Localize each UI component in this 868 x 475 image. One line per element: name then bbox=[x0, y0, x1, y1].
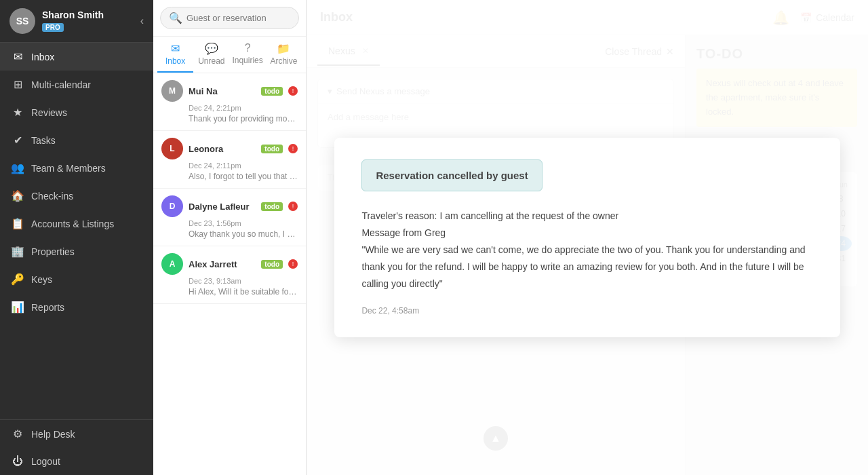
inbox-sender-name: Dalyne Lafleur bbox=[189, 202, 256, 212]
reviews-icon: ★ bbox=[11, 106, 24, 119]
inbox-tabs: ✉ Inbox 💬 Unread ? Inquiries 📁 Archive bbox=[153, 37, 306, 73]
todo-badge: todo bbox=[261, 145, 283, 153]
sidebar-item-label: Logout bbox=[31, 456, 60, 467]
sidebar-item-label: Inbox bbox=[31, 52, 54, 62]
todo-badge: todo bbox=[261, 202, 283, 211]
red-dot: ! bbox=[288, 86, 298, 96]
sidebar-item-label: Accounts & Listings bbox=[31, 218, 114, 229]
checkins-icon: 🏠 bbox=[11, 189, 24, 202]
multi-calendar-icon: ⊞ bbox=[11, 78, 24, 91]
sidebar-item-label: Multi-calendar bbox=[31, 79, 91, 90]
sidebar-item-label: Tasks bbox=[31, 135, 56, 146]
search-input[interactable] bbox=[186, 13, 290, 23]
inbox-tab-icon: ✉ bbox=[171, 42, 180, 55]
inbox-preview: Also, I forgot to tell you that I g... bbox=[189, 172, 298, 181]
sidebar-item-help-desk[interactable]: ⚙ Help Desk bbox=[0, 420, 153, 448]
inbox-list: M Mui Na todo ! Dec 24, 2:21pm Thank you… bbox=[153, 73, 306, 475]
inbox-preview: Okay thank you so much, I appr... bbox=[189, 229, 298, 239]
sidebar-item-inbox[interactable]: ✉ Inbox bbox=[0, 43, 153, 71]
sidebar-item-label: Help Desk bbox=[31, 429, 75, 440]
properties-icon: 🏢 bbox=[11, 245, 24, 258]
inbox-sender-name: Mui Na bbox=[189, 86, 256, 96]
avatar: SS bbox=[9, 8, 35, 34]
tab-unread[interactable]: 💬 Unread bbox=[193, 37, 229, 73]
tasks-icon: ✔ bbox=[11, 134, 24, 147]
logout-icon: ⏻ bbox=[11, 455, 24, 468]
cancellation-banner: Reservation cancelled by guest bbox=[361, 159, 542, 191]
sidebar-item-label: Check-ins bbox=[31, 191, 73, 202]
middle-panel: 🔍 ✉ Inbox 💬 Unread ? Inquiries 📁 Archive… bbox=[153, 0, 307, 475]
message-body: "While we are very sad we can't come, we… bbox=[361, 242, 812, 293]
modal-timestamp: Dec 22, 4:58am bbox=[361, 306, 812, 316]
search-icon: 🔍 bbox=[169, 12, 182, 24]
thread-container: Nexus ✕ Close Thread ✕ ▾ Send Nexus a me… bbox=[307, 35, 868, 475]
main-content: Inbox 🔔 📅 Calendar Nexus ✕ Close Thread … bbox=[307, 0, 868, 475]
sidebar-item-check-ins[interactable]: 🏠 Check-ins bbox=[0, 182, 153, 210]
sidebar-item-properties[interactable]: 🏢 Properties bbox=[0, 238, 153, 265]
tab-unread-label: Unread bbox=[198, 56, 224, 66]
avatar: M bbox=[161, 80, 183, 102]
inbox-sender-name: Leonora bbox=[189, 144, 256, 154]
inbox-date: Dec 24, 2:11pm bbox=[189, 162, 298, 170]
sidebar-header: SS Sharon Smith PRO ‹ bbox=[0, 0, 153, 43]
inbox-preview: Hi Alex, Will it be suitable for y... bbox=[189, 287, 298, 297]
help-icon: ⚙ bbox=[11, 428, 24, 440]
message-label: Message from Greg bbox=[361, 225, 812, 242]
avatar: A bbox=[161, 253, 183, 275]
inbox-date: Dec 23, 1:56pm bbox=[189, 219, 298, 227]
inbox-preview: Thank you for providing more i... bbox=[189, 114, 298, 124]
unread-tab-icon: 💬 bbox=[205, 42, 218, 55]
inquiries-tab-icon: ? bbox=[245, 42, 251, 54]
archive-tab-icon: 📁 bbox=[277, 42, 290, 55]
sidebar-item-label: Reviews bbox=[31, 107, 67, 118]
sidebar-item-team-members[interactable]: 👥 Team & Members bbox=[0, 154, 153, 182]
inbox-sender-name: Alex Jarrett bbox=[189, 259, 256, 269]
tab-archive[interactable]: 📁 Archive bbox=[266, 37, 302, 73]
list-item[interactable]: M Mui Na todo ! Dec 24, 2:21pm Thank you… bbox=[153, 73, 306, 131]
sidebar-item-logout[interactable]: ⏻ Logout bbox=[0, 448, 153, 475]
red-dot: ! bbox=[288, 144, 298, 153]
sidebar-item-reviews[interactable]: ★ Reviews bbox=[0, 98, 153, 126]
tab-inquiries[interactable]: ? Inquiries bbox=[229, 37, 265, 73]
modal-overlay[interactable]: Reservation cancelled by guest Traveler'… bbox=[307, 35, 868, 475]
tab-inbox-label: Inbox bbox=[165, 56, 185, 66]
sidebar-item-tasks[interactable]: ✔ Tasks bbox=[0, 126, 153, 154]
inbox-icon: ✉ bbox=[11, 50, 24, 63]
red-dot: ! bbox=[288, 259, 298, 269]
sidebar-item-label: Properties bbox=[31, 246, 75, 257]
modal-content: Reservation cancelled by guest Traveler'… bbox=[334, 138, 840, 338]
sidebar-item-multi-calendar[interactable]: ⊞ Multi-calendar bbox=[0, 71, 153, 98]
red-dot: ! bbox=[288, 202, 298, 211]
sidebar: SS Sharon Smith PRO ‹ ✉ Inbox ⊞ Multi-ca… bbox=[0, 0, 153, 475]
accounts-icon: 📋 bbox=[11, 217, 24, 230]
list-item[interactable]: L Leonora todo ! Dec 24, 2:11pm Also, I … bbox=[153, 131, 306, 189]
tab-archive-label: Archive bbox=[270, 56, 297, 66]
todo-badge: todo bbox=[261, 260, 283, 269]
todo-badge: todo bbox=[261, 87, 283, 96]
reports-icon: 📊 bbox=[11, 301, 24, 314]
user-info: SS Sharon Smith PRO bbox=[9, 8, 104, 34]
list-item[interactable]: A Alex Jarrett todo ! Dec 23, 9:13am Hi … bbox=[153, 246, 306, 304]
collapse-button[interactable]: ‹ bbox=[140, 15, 144, 27]
avatar: D bbox=[161, 195, 183, 217]
search-bar: 🔍 bbox=[153, 0, 306, 37]
traveler-reason: Traveler's reason: I am cancelling at th… bbox=[361, 208, 812, 225]
inbox-date: Dec 24, 2:21pm bbox=[189, 104, 298, 112]
sidebar-item-keys[interactable]: 🔑 Keys bbox=[0, 265, 153, 293]
tab-inbox[interactable]: ✉ Inbox bbox=[157, 37, 193, 73]
sidebar-item-label: Team & Members bbox=[31, 163, 106, 174]
list-item[interactable]: D Dalyne Lafleur todo ! Dec 23, 1:56pm O… bbox=[153, 189, 306, 246]
user-name: Sharon Smith bbox=[42, 10, 104, 20]
team-icon: 👥 bbox=[11, 162, 24, 174]
inbox-date: Dec 23, 9:13am bbox=[189, 277, 298, 285]
sidebar-item-label: Keys bbox=[31, 274, 52, 285]
sidebar-item-accounts-listings[interactable]: 📋 Accounts & Listings bbox=[0, 210, 153, 238]
pro-badge: PRO bbox=[42, 23, 64, 32]
keys-icon: 🔑 bbox=[11, 273, 24, 286]
search-wrapper[interactable]: 🔍 bbox=[160, 7, 299, 29]
modal-body: Traveler's reason: I am cancelling at th… bbox=[361, 208, 812, 293]
tab-inquiries-label: Inquiries bbox=[232, 56, 262, 65]
avatar: L bbox=[161, 138, 183, 159]
sidebar-item-label: Reports bbox=[31, 302, 64, 313]
sidebar-item-reports[interactable]: 📊 Reports bbox=[0, 293, 153, 321]
